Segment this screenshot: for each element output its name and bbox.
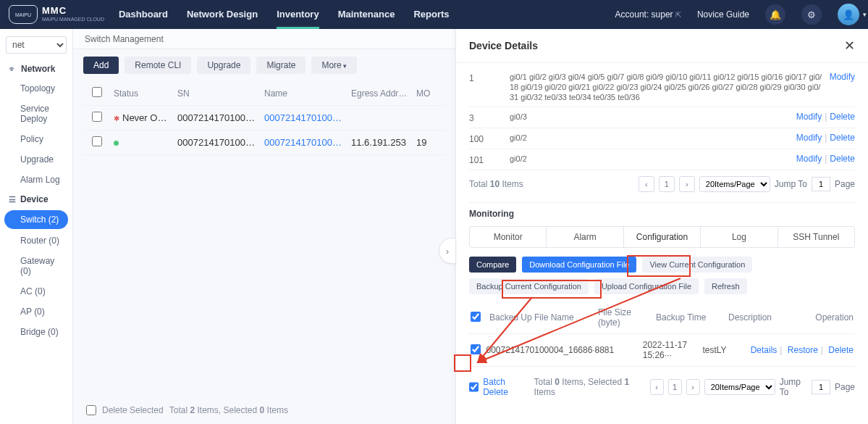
page-number[interactable]: 1: [668, 379, 682, 395]
file-details-link[interactable]: Details: [751, 345, 778, 355]
col-file-name: Backed Up File Name: [489, 312, 598, 323]
sidebar-item-ac[interactable]: AC (0): [0, 281, 72, 302]
sidebar-item-policy[interactable]: Policy: [0, 129, 72, 149]
tab-ssh-tunnel[interactable]: SSH Tunnel: [778, 227, 854, 247]
file-restore-link[interactable]: Restore: [788, 345, 818, 355]
page-number[interactable]: 1: [659, 176, 675, 192]
next-page-button[interactable]: ›: [686, 379, 700, 395]
remote-cli-button[interactable]: Remote CLI: [125, 57, 191, 74]
account-label[interactable]: Account: super ⇱: [615, 9, 681, 20]
upgrade-button[interactable]: Upgrade: [197, 57, 250, 74]
col-mo: MO: [412, 88, 441, 99]
modify-link[interactable]: Modify: [796, 133, 822, 143]
bell-icon[interactable]: 🔔: [765, 4, 785, 25]
sidebar-group-device[interactable]: ☰Device: [0, 190, 72, 209]
sidebar-item-ap[interactable]: AP (0): [0, 302, 72, 322]
sidebar-item-switch[interactable]: Switch (2): [4, 210, 68, 229]
add-button[interactable]: Add: [83, 57, 119, 74]
delete-selected-link[interactable]: Delete Selected: [102, 405, 164, 415]
delete-link[interactable]: Delete: [830, 112, 855, 122]
sidebar-item-topology[interactable]: Topology: [0, 78, 72, 99]
vlan-id: 3: [469, 112, 510, 123]
tab-configuration[interactable]: Configuration: [624, 227, 701, 247]
modify-link[interactable]: Modify: [796, 154, 822, 164]
modify-link[interactable]: Modify: [830, 72, 855, 82]
file-row[interactable]: 0007214170100004_16686··· 8881 2022-11-1…: [469, 334, 855, 367]
next-page-button[interactable]: ›: [679, 176, 695, 192]
modify-link[interactable]: Modify: [796, 112, 822, 122]
switch-toolbar: Add Remote CLI Upgrade Migrate More▾: [83, 57, 445, 74]
vlan-table: 1 gi0/1 gi0/2 gi0/3 gi0/4 gi0/5 gi0/7 gi…: [469, 67, 855, 170]
config-toolbar: Compare Download Configuration File View…: [469, 257, 855, 294]
vlan-row: 1 gi0/1 gi0/2 gi0/3 gi0/4 gi0/5 gi0/7 gi…: [469, 67, 855, 107]
migrate-button[interactable]: Migrate: [256, 57, 306, 74]
jump-to-label: Jump To: [780, 377, 807, 397]
tab-monitor[interactable]: Monitor: [470, 227, 547, 247]
collapse-panel-button[interactable]: ›: [439, 238, 456, 264]
monitoring-title: Monitoring: [469, 209, 855, 219]
page-label: Page: [835, 382, 855, 392]
refresh-button[interactable]: Refresh: [704, 278, 747, 294]
col-name: Name: [260, 88, 347, 99]
compare-button[interactable]: Compare: [469, 257, 516, 273]
nav-maintenance[interactable]: Maintenance: [338, 9, 395, 21]
cell-file-name: 0007214170100004_16686···: [486, 345, 595, 355]
table-row[interactable]: 0007214170100004 0007214170100004 11.6.1…: [83, 130, 445, 155]
batch-delete-link[interactable]: Batch Delete: [483, 377, 529, 397]
upload-config-button[interactable]: Upload Configuration File: [594, 278, 699, 294]
jump-to-input[interactable]: [812, 177, 830, 191]
table-row[interactable]: ✱Never Online 0007214170100007 000721417…: [83, 106, 445, 130]
page-label: Page: [835, 179, 855, 189]
page-size-select[interactable]: 20Items/Page: [699, 176, 770, 192]
network-selector[interactable]: net: [6, 36, 67, 54]
cell-description: testLY: [702, 345, 750, 355]
batch-select-checkbox[interactable]: [469, 382, 479, 392]
prev-page-button[interactable]: ‹: [639, 176, 654, 192]
topbar: MAIPU MMCMAIPU MANAGED CLOUD Dashboard N…: [0, 0, 868, 29]
sidebar-item-upgrade[interactable]: Upgrade: [0, 149, 72, 170]
view-current-config-button[interactable]: View Current Configuration: [642, 257, 752, 273]
cell-name-link[interactable]: 0007214170100007: [260, 112, 347, 123]
download-config-button[interactable]: Download Configuration File: [522, 257, 636, 273]
novice-guide-link[interactable]: Novice Guide: [697, 9, 749, 20]
sidebar-item-service-deploy[interactable]: Service Deploy: [0, 99, 72, 129]
tab-log[interactable]: Log: [701, 227, 778, 247]
avatar[interactable]: 👤▾: [838, 4, 859, 25]
cell-addr: 11.6.191.253: [347, 137, 412, 148]
delete-link[interactable]: Delete: [830, 154, 855, 164]
nav-reports[interactable]: Reports: [413, 9, 449, 21]
delete-link[interactable]: Delete: [830, 133, 855, 143]
nav-network-design[interactable]: Network Design: [187, 9, 258, 21]
sidebar-item-gateway[interactable]: Gateway (0): [0, 251, 72, 281]
file-delete-link[interactable]: Delete: [828, 345, 854, 355]
prev-page-button[interactable]: ‹: [650, 379, 664, 395]
sidebar-group-network[interactable]: ᯤNetwork: [0, 59, 72, 78]
backup-current-config-button[interactable]: Backup Current Configuration: [469, 278, 589, 294]
row-checkbox[interactable]: [92, 136, 102, 146]
status-dot-green-icon: [114, 141, 119, 146]
gear-icon[interactable]: ⚙: [801, 4, 822, 25]
tab-alarm[interactable]: Alarm: [547, 227, 623, 247]
close-icon[interactable]: ✕: [844, 38, 855, 54]
col-status: Status: [109, 88, 173, 99]
sidebar-item-bridge[interactable]: Bridge (0): [0, 322, 72, 342]
more-button[interactable]: More▾: [311, 57, 356, 74]
cell-name-link[interactable]: 0007214170100004: [260, 137, 347, 148]
main-nav: Dashboard Network Design Inventory Maint…: [119, 9, 450, 21]
selection-summary: Delete Selected Total 2 Items, Selected …: [86, 405, 288, 415]
nav-dashboard[interactable]: Dashboard: [119, 9, 168, 21]
footer-select-checkbox[interactable]: [86, 405, 96, 415]
jump-to-input[interactable]: [812, 380, 830, 394]
col-egress: Egress Address: [347, 88, 412, 99]
sidebar-item-router[interactable]: Router (0): [0, 230, 72, 251]
file-select-all-checkbox[interactable]: [471, 312, 481, 322]
file-row-checkbox[interactable]: [471, 344, 481, 354]
vlan-id: 101: [469, 154, 510, 165]
vlan-id: 1: [469, 72, 510, 83]
page-size-select[interactable]: 20Items/Page: [704, 379, 775, 395]
select-all-checkbox[interactable]: [92, 87, 102, 97]
nav-inventory[interactable]: Inventory: [277, 9, 319, 21]
row-checkbox[interactable]: [92, 112, 102, 122]
wifi-icon: ᯤ: [9, 65, 17, 73]
sidebar-item-alarm-log[interactable]: Alarm Log: [0, 170, 72, 190]
